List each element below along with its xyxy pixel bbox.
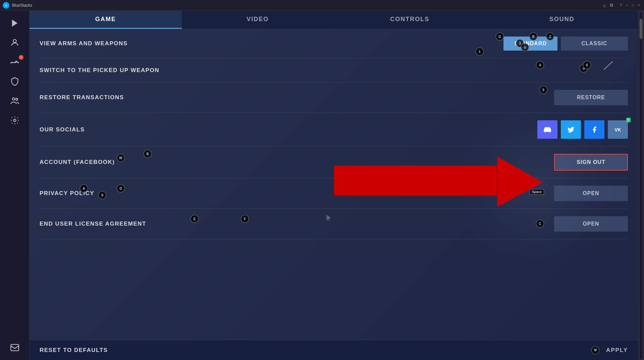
close-button[interactable]: ✕ (637, 3, 641, 8)
titlebar: B BlueStacks ⌂ ⧉ ? ─ □ ✕ (0, 0, 644, 11)
key-1-overlay: 1 (476, 48, 484, 56)
app-title: BlueStacks (12, 3, 600, 8)
key-w-overlay: W (117, 154, 125, 162)
scrollbar-track (640, 12, 642, 359)
key-f-overlay: F (241, 215, 249, 223)
key-space-overlay: Space (530, 189, 544, 195)
row-restore: RESTORE TRANSACTIONS 5 RESTORE (40, 82, 628, 113)
view-arms-label: VIEW ARMS AND WEAPONS (40, 40, 503, 47)
tab-sound[interactable]: SOUND (486, 11, 638, 29)
settings-content: VIEW ARMS AND WEAPONS G R 2 3 ⊙ 1 STANDA… (30, 29, 638, 340)
key-m-overlay: M (591, 346, 599, 354)
eula-open-button[interactable]: OPEN (554, 216, 628, 232)
sidebar-item-mail[interactable] (5, 339, 25, 356)
twitter-button[interactable] (561, 120, 581, 139)
key-6-overlay: 6 (583, 61, 591, 69)
eula-actions: OPEN (554, 216, 628, 232)
minimize-button[interactable]: ─ (625, 3, 629, 8)
vk-button[interactable]: VK (608, 120, 628, 139)
tab-game[interactable]: GAME (30, 11, 182, 29)
eula-label: END USER LICENSE AGREEMENT (40, 221, 554, 227)
sidebar: 1 (0, 11, 30, 360)
restore-button[interactable]: RESTORE (554, 90, 628, 105)
key-4-overlay: 4 (536, 61, 544, 69)
facebook-button[interactable] (584, 120, 604, 139)
restore-label: RESTORE TRANSACTIONS (40, 94, 554, 101)
account-actions: SIGN OUT (554, 154, 628, 171)
help-button[interactable]: ? (619, 3, 623, 8)
sidebar-item-play[interactable] (5, 15, 25, 32)
mouse-icon: 🖱 (325, 214, 331, 222)
svg-point-5 (15, 98, 17, 100)
key-s-overlay: S (98, 191, 106, 199)
socials-actions: VK T (537, 120, 628, 139)
gun-badge: 1 (19, 55, 23, 60)
sign-out-button[interactable]: SIGN OUT (554, 154, 628, 171)
copy-icon[interactable]: ⧉ (610, 2, 613, 8)
key-5-overlay: 5 (539, 86, 547, 94)
apply-button[interactable]: APPLY (606, 347, 628, 354)
restore-actions: RESTORE (554, 90, 628, 105)
privacy-label: PRIVACY POLICY (40, 190, 554, 197)
home-icon[interactable]: ⌂ (603, 3, 606, 8)
key-d-overlay: D (117, 184, 125, 192)
key-2-overlay: 2 (546, 33, 554, 41)
key-joystick-overlay: ⊙ (521, 43, 529, 51)
vk-wrapper: VK T (608, 120, 628, 139)
sidebar-item-settings[interactable] (5, 112, 25, 129)
key-a-overlay: A (80, 184, 88, 192)
classic-button[interactable]: CLASSIC (561, 37, 628, 51)
row-account: ACCOUNT (FACEBOOK) W B SIGN OUT (40, 146, 628, 178)
key-g-overlay: G (496, 33, 504, 41)
privacy-actions: OPEN (554, 186, 628, 201)
row-socials: OUR SOCIALS VK T (40, 113, 628, 146)
row-switch-weapon: SWITCH TO THE PICKED UP WEAPON ⊙ ╱ 4 6 (40, 58, 628, 82)
reset-label: RESET TO DEFAULTS (40, 347, 591, 354)
socials-label: OUR SOCIALS (40, 126, 537, 133)
content-area: GAME VIDEO CONTROLS SOUND VIEW ARMS AND … (30, 11, 638, 360)
key-b-overlay: B (144, 150, 152, 158)
main-layout: 1 GAME VIDEO CONTROLS (0, 11, 644, 360)
sidebar-item-team[interactable] (5, 93, 25, 109)
app-logo: B (3, 2, 9, 9)
svg-marker-2 (12, 20, 17, 27)
scrollbar-thumb[interactable] (640, 19, 642, 39)
discord-button[interactable] (537, 120, 557, 139)
scrollbar[interactable] (638, 11, 644, 360)
window-controls: ? ─ □ ✕ (619, 3, 641, 8)
svg-point-6 (13, 119, 16, 122)
svg-point-3 (13, 40, 16, 43)
sidebar-item-shield[interactable] (5, 73, 25, 90)
key-e-overlay: E (191, 215, 199, 223)
row-eula: END USER LICENSE AGREEMENT E F 🖱 C OPEN (40, 209, 628, 239)
maximize-button[interactable]: □ (631, 3, 635, 8)
tab-video[interactable]: VIDEO (182, 11, 334, 29)
svg-point-4 (12, 98, 15, 100)
row-view-arms: VIEW ARMS AND WEAPONS G R 2 3 ⊙ 1 STANDA… (40, 29, 628, 58)
privacy-open-button[interactable]: OPEN (554, 186, 628, 201)
settings-tabs: GAME VIDEO CONTROLS SOUND (30, 11, 638, 29)
row-privacy: PRIVACY POLICY A D S Space OPEN (40, 178, 628, 209)
sidebar-item-profile[interactable] (5, 34, 25, 51)
svg-rect-7 (11, 345, 18, 351)
sidebar-item-gun[interactable]: 1 (5, 54, 25, 70)
key-c-overlay: C (536, 220, 544, 228)
key-r-overlay: R (529, 33, 537, 41)
account-label: ACCOUNT (FACEBOOK) (40, 159, 554, 166)
titlebar-icons: ⌂ ⧉ (603, 2, 613, 8)
bottom-bar: RESET TO DEFAULTS M APPLY (30, 340, 638, 360)
svg-text:B: B (5, 4, 7, 6)
vk-badge: T (626, 118, 631, 122)
tab-controls[interactable]: CONTROLS (334, 11, 486, 29)
